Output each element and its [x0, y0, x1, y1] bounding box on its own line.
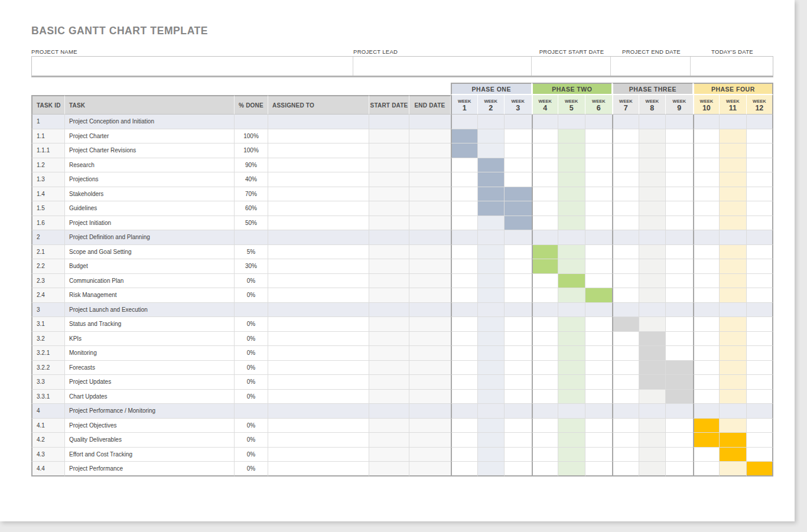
end-date-cell[interactable]	[409, 303, 451, 318]
gantt-bar-cell[interactable]	[505, 201, 532, 216]
task-cell[interactable]: Communication Plan	[65, 274, 235, 289]
week-cell[interactable]	[532, 115, 559, 129]
week-cell[interactable]	[478, 288, 505, 303]
assigned-to-cell[interactable]	[268, 143, 369, 158]
task-id-cell[interactable]: 4.1	[31, 419, 65, 433]
week-cell[interactable]	[747, 245, 774, 260]
done-cell[interactable]: 0%	[235, 390, 268, 404]
week-cell[interactable]	[612, 274, 639, 289]
week-cell[interactable]	[532, 158, 559, 173]
week-cell[interactable]	[585, 390, 613, 404]
assigned-to-cell[interactable]	[268, 332, 369, 347]
week-cell[interactable]	[720, 115, 747, 129]
assigned-to-cell[interactable]	[268, 404, 369, 419]
task-id-cell[interactable]: 3.3.1	[31, 390, 65, 404]
end-date-cell[interactable]	[409, 317, 451, 332]
done-cell[interactable]: 0%	[235, 361, 268, 376]
week-cell[interactable]	[451, 115, 478, 129]
week-cell[interactable]	[720, 317, 747, 332]
week-cell[interactable]	[478, 346, 505, 361]
done-cell[interactable]: 0%	[235, 274, 268, 289]
project-end-date-input[interactable]	[611, 57, 691, 76]
week-cell[interactable]	[585, 404, 613, 419]
week-cell[interactable]	[666, 419, 693, 433]
week-cell[interactable]	[693, 332, 720, 347]
assigned-to-cell[interactable]	[268, 259, 369, 274]
week-cell[interactable]	[693, 404, 720, 419]
task-id-cell[interactable]: 1.2	[31, 158, 65, 173]
end-date-cell[interactable]	[409, 129, 451, 144]
task-cell[interactable]: Project Definition and Planning	[65, 230, 235, 245]
assigned-to-cell[interactable]	[268, 303, 369, 318]
start-date-cell[interactable]	[369, 259, 409, 274]
end-date-cell[interactable]	[409, 346, 451, 361]
done-cell[interactable]: 0%	[235, 448, 268, 462]
gantt-bar-cell[interactable]	[451, 129, 478, 144]
end-date-cell[interactable]	[409, 245, 451, 260]
assigned-to-cell[interactable]	[268, 448, 369, 462]
start-date-cell[interactable]	[369, 216, 409, 231]
week-cell[interactable]	[666, 317, 693, 332]
week-cell[interactable]	[693, 187, 720, 202]
week-cell[interactable]	[693, 245, 720, 260]
done-cell[interactable]: 0%	[235, 419, 268, 433]
week-cell[interactable]	[585, 115, 613, 129]
week-cell[interactable]	[639, 245, 666, 260]
start-date-cell[interactable]	[369, 201, 409, 216]
task-id-cell[interactable]: 1.1	[31, 129, 65, 144]
week-cell[interactable]	[585, 317, 613, 332]
week-cell[interactable]	[693, 158, 720, 173]
start-date-cell[interactable]	[369, 129, 409, 144]
gantt-bar-cell[interactable]	[478, 187, 505, 202]
week-cell[interactable]	[505, 129, 532, 144]
week-cell[interactable]	[478, 115, 505, 129]
done-cell[interactable]: 0%	[235, 462, 268, 476]
week-cell[interactable]	[478, 375, 505, 390]
week-cell[interactable]	[585, 143, 613, 158]
gantt-bar-cell[interactable]	[720, 448, 747, 462]
week-cell[interactable]	[666, 245, 693, 260]
week-cell[interactable]	[558, 303, 585, 318]
start-date-cell[interactable]	[369, 419, 409, 433]
week-cell[interactable]	[720, 288, 747, 303]
week-cell[interactable]	[532, 274, 559, 289]
week-cell[interactable]	[478, 404, 505, 419]
week-cell[interactable]	[666, 462, 693, 476]
week-cell[interactable]	[585, 230, 613, 245]
task-cell[interactable]: Projections	[65, 172, 235, 187]
week-cell[interactable]	[612, 375, 639, 390]
task-id-cell[interactable]: 3.2.1	[31, 346, 65, 361]
start-date-cell[interactable]	[369, 303, 409, 318]
week-cell[interactable]	[451, 187, 478, 202]
week-cell[interactable]	[693, 230, 720, 245]
end-date-cell[interactable]	[409, 288, 451, 303]
start-date-cell[interactable]	[369, 115, 409, 129]
week-cell[interactable]	[693, 143, 720, 158]
week-cell[interactable]	[612, 230, 639, 245]
end-date-cell[interactable]	[409, 216, 451, 231]
week-cell[interactable]	[693, 274, 720, 289]
end-date-cell[interactable]	[409, 201, 451, 216]
week-cell[interactable]	[612, 390, 639, 404]
week-cell[interactable]	[747, 172, 774, 187]
week-cell[interactable]	[585, 361, 613, 376]
start-date-cell[interactable]	[369, 274, 409, 289]
task-id-cell[interactable]: 3.2.2	[31, 361, 65, 376]
week-cell[interactable]	[532, 346, 559, 361]
done-cell[interactable]: 100%	[235, 143, 268, 158]
week-cell[interactable]	[747, 230, 774, 245]
week-cell[interactable]	[505, 143, 532, 158]
assigned-to-cell[interactable]	[268, 129, 369, 144]
week-cell[interactable]	[532, 448, 559, 462]
week-cell[interactable]	[478, 419, 505, 433]
week-cell[interactable]	[720, 158, 747, 173]
week-cell[interactable]	[585, 216, 613, 231]
task-id-cell[interactable]: 1.6	[31, 216, 65, 231]
week-cell[interactable]	[532, 172, 559, 187]
week-cell[interactable]	[612, 158, 639, 173]
project-lead-input[interactable]	[353, 57, 532, 76]
week-cell[interactable]	[612, 187, 639, 202]
week-cell[interactable]	[532, 230, 559, 245]
end-date-cell[interactable]	[409, 187, 451, 202]
week-cell[interactable]	[505, 361, 532, 376]
